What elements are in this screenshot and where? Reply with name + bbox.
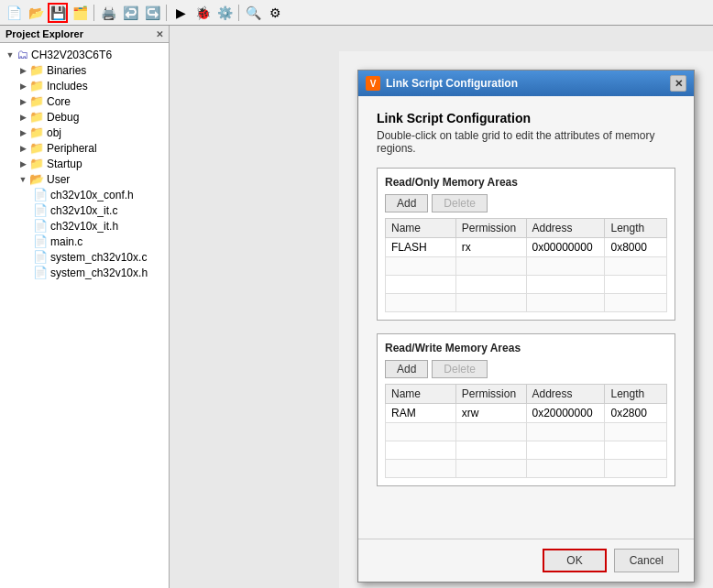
system-c-icon: 📄 bbox=[33, 250, 48, 264]
readwrite-row1-name[interactable]: RAM bbox=[386, 404, 456, 423]
readonly-row2-address[interactable] bbox=[526, 257, 605, 276]
table-row[interactable] bbox=[386, 257, 667, 276]
readwrite-row4-permission[interactable] bbox=[455, 460, 526, 478]
readonly-row4-length[interactable] bbox=[605, 294, 667, 312]
build-button[interactable]: ⚙️ bbox=[214, 3, 235, 23]
panel-close-icon[interactable]: ✕ bbox=[156, 29, 163, 39]
readwrite-row3-name[interactable] bbox=[386, 441, 456, 460]
table-row[interactable] bbox=[386, 423, 667, 441]
readwrite-row2-permission[interactable] bbox=[455, 423, 526, 441]
table-row[interactable]: FLASH rx 0x00000000 0x8000 bbox=[386, 238, 667, 257]
readonly-delete-button[interactable]: Delete bbox=[432, 194, 488, 212]
sep3 bbox=[238, 5, 239, 21]
readonly-row1-length[interactable]: 0x8000 bbox=[605, 238, 667, 257]
tree-item-it-c[interactable]: 📄 ch32v10x_it.c bbox=[0, 202, 169, 218]
it-c-label: ch32v10x_it.c bbox=[50, 204, 117, 217]
readwrite-row4-address[interactable] bbox=[526, 460, 605, 478]
user-arrow-icon: ▼ bbox=[16, 175, 29, 184]
debug-button[interactable]: 🐞 bbox=[192, 3, 213, 23]
readonly-row3-address[interactable] bbox=[526, 276, 605, 294]
tree-item-main-c[interactable]: 📄 main.c bbox=[0, 234, 169, 249]
readonly-row2-length[interactable] bbox=[605, 257, 667, 276]
tree-item-system-c[interactable]: 📄 system_ch32v10x.c bbox=[0, 249, 169, 265]
save-all-button[interactable]: 🗂️ bbox=[70, 3, 90, 23]
table-row[interactable] bbox=[386, 276, 667, 294]
open-button[interactable]: 📂 bbox=[26, 3, 46, 23]
peripheral-arrow-icon: ▶ bbox=[16, 144, 29, 153]
binaries-label: Binaries bbox=[47, 64, 86, 77]
readwrite-row3-permission[interactable] bbox=[455, 441, 526, 460]
tree-item-includes[interactable]: ▶ 📁 Includes bbox=[0, 78, 169, 93]
table-row[interactable] bbox=[386, 294, 667, 312]
readwrite-col-address: Address bbox=[526, 385, 605, 404]
tree-item-core[interactable]: ▶ 📁 Core bbox=[0, 93, 169, 109]
tree-item-conf-h[interactable]: 📄 ch32v10x_conf.h bbox=[0, 187, 169, 202]
readonly-row1-address[interactable]: 0x00000000 bbox=[526, 238, 605, 257]
readwrite-row2-name[interactable] bbox=[386, 423, 456, 441]
tree-item-user[interactable]: ▼ 📂 User bbox=[0, 171, 169, 187]
table-row[interactable] bbox=[386, 460, 667, 478]
dialog-close-button[interactable]: ✕ bbox=[670, 75, 686, 92]
readwrite-row4-name[interactable] bbox=[386, 460, 456, 478]
main-c-icon: 📄 bbox=[33, 234, 48, 248]
readwrite-row1-address[interactable]: 0x20000000 bbox=[526, 404, 605, 423]
tree-item-startup[interactable]: ▶ 📁 Startup bbox=[0, 156, 169, 171]
readonly-row4-name[interactable] bbox=[386, 294, 456, 312]
readwrite-row3-length[interactable] bbox=[605, 441, 667, 460]
readonly-row1-permission[interactable]: rx bbox=[455, 238, 526, 257]
readonly-row4-permission[interactable] bbox=[455, 294, 526, 312]
new-button[interactable]: 📄 bbox=[4, 3, 24, 23]
undo-button[interactable]: ↩️ bbox=[120, 3, 140, 23]
project-icon: 🗂 bbox=[16, 48, 28, 61]
readonly-add-button[interactable]: Add bbox=[385, 194, 428, 212]
readonly-row3-length[interactable] bbox=[605, 276, 667, 294]
ok-button[interactable]: OK bbox=[543, 549, 606, 572]
readwrite-row2-length[interactable] bbox=[605, 423, 667, 441]
tree-root[interactable]: ▼ 🗂 CH32V203C6T6 bbox=[0, 47, 169, 62]
readonly-row3-name[interactable] bbox=[386, 276, 456, 294]
save-button[interactable]: 💾 bbox=[48, 3, 68, 23]
core-folder-icon: 📁 bbox=[29, 94, 44, 108]
debug-folder-icon: 📁 bbox=[29, 110, 44, 124]
readwrite-col-name: Name bbox=[386, 385, 456, 404]
readwrite-row1-permission[interactable]: xrw bbox=[455, 404, 526, 423]
startup-arrow-icon: ▶ bbox=[16, 159, 29, 169]
readonly-row3-permission[interactable] bbox=[455, 276, 526, 294]
readonly-row2-permission[interactable] bbox=[455, 257, 526, 276]
it-h-label: ch32v10x_it.h bbox=[50, 220, 118, 233]
tree-item-peripheral[interactable]: ▶ 📁 Peripheral bbox=[0, 140, 169, 156]
table-row[interactable]: RAM xrw 0x20000000 0x2800 bbox=[386, 404, 667, 423]
run-button[interactable]: ▶ bbox=[170, 3, 191, 23]
print-button[interactable]: 🖨️ bbox=[98, 3, 118, 23]
tree-item-binaries[interactable]: ▶ 📁 Binaries bbox=[0, 62, 169, 78]
tree-item-debug[interactable]: ▶ 📁 Debug bbox=[0, 109, 169, 125]
cancel-button[interactable]: Cancel bbox=[614, 549, 679, 572]
tree-item-system-h[interactable]: 📄 system_ch32v10x.h bbox=[0, 265, 169, 280]
sep1 bbox=[93, 5, 94, 21]
settings-button[interactable]: ⚙ bbox=[265, 3, 285, 23]
search-button[interactable]: 🔍 bbox=[243, 3, 263, 23]
obj-folder-icon: 📁 bbox=[29, 125, 44, 139]
redo-button[interactable]: ↪️ bbox=[142, 3, 162, 23]
readwrite-row2-address[interactable] bbox=[526, 423, 605, 441]
readwrite-row3-address[interactable] bbox=[526, 441, 605, 460]
obj-label: obj bbox=[47, 126, 61, 139]
dialog: V Link Script Configuration ✕ Link Scrip… bbox=[357, 70, 695, 583]
readwrite-col-permission: Permission bbox=[455, 385, 526, 404]
readonly-row2-name[interactable] bbox=[386, 257, 456, 276]
readwrite-row4-length[interactable] bbox=[605, 460, 667, 478]
tree-item-obj[interactable]: ▶ 📁 obj bbox=[0, 125, 169, 140]
readwrite-section-buttons: Add Delete bbox=[385, 360, 667, 378]
readonly-row4-address[interactable] bbox=[526, 294, 605, 312]
readwrite-row1-length[interactable]: 0x2800 bbox=[605, 404, 667, 423]
startup-folder-icon: 📁 bbox=[29, 157, 44, 170]
readwrite-add-button[interactable]: Add bbox=[385, 360, 428, 378]
tree-item-it-h[interactable]: 📄 ch32v10x_it.h bbox=[0, 218, 169, 234]
readonly-row1-name[interactable]: FLASH bbox=[386, 238, 456, 257]
readwrite-delete-button[interactable]: Delete bbox=[432, 360, 488, 378]
peripheral-folder-icon: 📁 bbox=[29, 141, 44, 155]
table-row[interactable] bbox=[386, 441, 667, 460]
debug-label: Debug bbox=[47, 111, 79, 124]
includes-label: Includes bbox=[47, 80, 88, 93]
main-layout: Project Explorer ✕ ▼ 🗂 CH32V203C6T6 ▶ 📁 … bbox=[0, 26, 713, 588]
